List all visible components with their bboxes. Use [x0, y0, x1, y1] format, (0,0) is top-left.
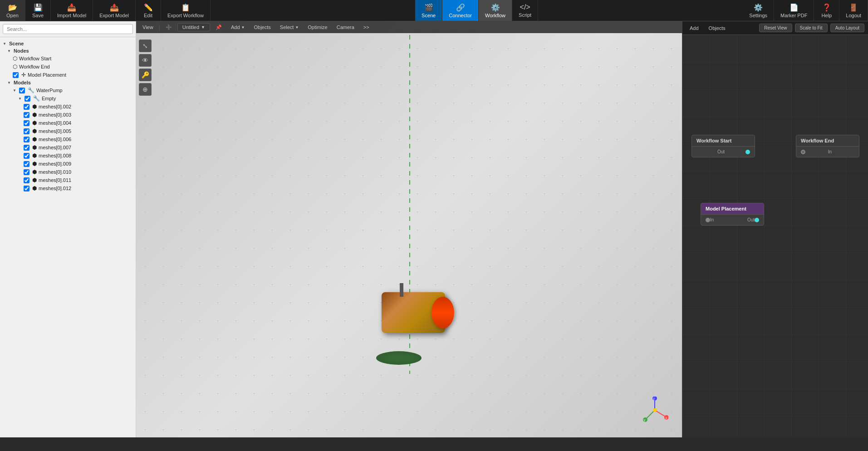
tree-mesh-7[interactable]: ⬢ meshes[0].009 [0, 160, 136, 168]
node-end-in-label: In [828, 149, 832, 154]
viewport-tab[interactable]: Untitled ▼ [177, 23, 210, 31]
models-section[interactable]: ▼ Models [0, 79, 136, 86]
model-placement-checkbox[interactable] [13, 72, 19, 78]
settings-button[interactable]: ⚙️ Settings [743, 0, 774, 21]
workflow-icon: ⚙️ [491, 3, 500, 12]
tree-mesh-6[interactable]: ⬢ meshes[0].008 [0, 152, 136, 160]
wf-objects-btn[interactable]: Objects [705, 25, 729, 32]
vp-select-btn[interactable]: Select ▼ [276, 24, 303, 31]
connector-button[interactable]: 🔗 Connector [442, 0, 479, 21]
mesh-0-checkbox[interactable] [24, 104, 29, 110]
scene-button[interactable]: 🎬 Scene [415, 0, 442, 21]
workflow-toolbar: Add Objects Reset View Scale to Fit Auto… [682, 21, 868, 35]
eye-tool-btn[interactable]: 👁 [139, 54, 152, 67]
export-workflow-label: Export Workflow [167, 13, 204, 18]
mesh-0-icon: ⬢ [32, 103, 37, 110]
marker-pdf-button[interactable]: 📄 Marker PDF [774, 0, 814, 21]
mesh-2-checkbox[interactable] [24, 120, 29, 126]
node-start-body: Out [692, 147, 755, 157]
waterpump-checkbox[interactable] [19, 88, 25, 93]
mesh-5-checkbox[interactable] [24, 145, 29, 151]
mesh-4-checkbox[interactable] [24, 137, 29, 142]
scale-to-fit-button[interactable]: Scale to Fit [795, 24, 828, 32]
tree-mesh-4[interactable]: ⬢ meshes[0].006 [0, 135, 136, 143]
workflow-canvas[interactable]: Workflow Start Out Workflow End In [682, 35, 868, 437]
svg-point-9 [653, 408, 657, 412]
scene-label: Scene [422, 13, 436, 18]
open-button[interactable]: 📂 Open [0, 0, 25, 21]
save-button[interactable]: 💾 Save [25, 0, 51, 21]
tree-waterpump[interactable]: ▼ 🔧 WaterPump [0, 86, 136, 94]
expand-tool-btn[interactable]: ⤡ [139, 39, 152, 52]
edit-icon: ✏️ [144, 3, 153, 12]
node-workflow-end[interactable]: Workflow End In [796, 135, 859, 157]
auto-layout-button[interactable]: Auto Layout [830, 24, 864, 32]
key-tool-btn[interactable]: 🔑 [139, 69, 152, 81]
logout-icon: 🚪 [849, 3, 858, 12]
mesh-1-checkbox[interactable] [24, 112, 29, 118]
node-end-body: In [796, 147, 859, 157]
scene-section[interactable]: ▼ Scene [0, 40, 136, 47]
svg-text:X: X [665, 417, 667, 420]
vp-camera-btn[interactable]: Camera [333, 24, 358, 31]
vp-objects-btn[interactable]: Objects [250, 24, 275, 31]
viewport-side-tools: ⤡ 👁 🔑 ⊕ [139, 39, 152, 96]
node-model-placement-body: In Out [701, 215, 764, 225]
node-start-out-port[interactable] [745, 150, 750, 154]
pump-3d-model[interactable] [382, 292, 454, 347]
marker-pdf-label: Marker PDF [780, 13, 807, 18]
mesh-7-label: meshes[0].009 [39, 161, 71, 167]
tree-mesh-1[interactable]: ⬢ meshes[0].003 [0, 111, 136, 119]
help-button[interactable]: ❓ Help [814, 0, 839, 21]
view-btn[interactable]: View [139, 24, 157, 31]
node-model-in-port[interactable] [706, 218, 710, 222]
empty-checkbox[interactable] [25, 96, 30, 102]
pin-btn[interactable]: 📌 [212, 24, 226, 31]
search-input[interactable] [3, 24, 133, 34]
tree-mesh-2[interactable]: ⬢ meshes[0].004 [0, 119, 136, 127]
nodes-section[interactable]: ▼ Nodes [0, 47, 136, 54]
export-workflow-button[interactable]: 📋 Export Workflow [161, 0, 211, 21]
tree-mesh-3[interactable]: ⬢ meshes[0].005 [0, 127, 136, 135]
mesh-6-checkbox[interactable] [24, 153, 29, 159]
node-model-placement[interactable]: Model Placement In Out [701, 203, 764, 226]
tree-mesh-0[interactable]: ⬢ meshes[0].002 [0, 103, 136, 111]
wf-add-btn[interactable]: Add [686, 25, 702, 32]
zoom-tool-btn[interactable]: ⊕ [139, 83, 152, 96]
ground-shadow [376, 351, 422, 365]
mesh-4-icon: ⬢ [32, 136, 37, 142]
mesh-7-checkbox[interactable] [24, 161, 29, 167]
tree-empty[interactable]: ▼ 🔧 Empty [0, 94, 136, 103]
connector-icon: 🔗 [456, 3, 465, 12]
marker-pdf-icon: 📄 [790, 3, 799, 12]
logout-button[interactable]: 🚪 Logout [839, 0, 868, 21]
tree-mesh-9[interactable]: ⬢ meshes[0].011 [0, 176, 136, 184]
add-plus-btn[interactable]: ➕ [162, 24, 176, 31]
vp-more-btn[interactable]: >> [360, 24, 373, 31]
tree-workflow-start[interactable]: ⬡ Workflow Start [0, 54, 136, 63]
tree-mesh-8[interactable]: ⬢ meshes[0].010 [0, 168, 136, 176]
export-model-button[interactable]: 📤 Export Model [93, 0, 136, 21]
reset-view-button[interactable]: Reset View [759, 24, 792, 32]
vp-add-btn[interactable]: Add ▼ [227, 24, 249, 31]
tree-model-placement[interactable]: ✛ Model Placement [0, 71, 136, 79]
node-end-in-port[interactable] [801, 150, 805, 154]
mesh-3-checkbox[interactable] [24, 128, 29, 134]
mesh-8-checkbox[interactable] [24, 169, 29, 175]
vp-optimize-btn[interactable]: Optimize [304, 24, 331, 31]
viewport-canvas: Z X Y [136, 21, 682, 437]
node-model-out-port[interactable] [755, 218, 759, 222]
tree-mesh-10[interactable]: ⬢ meshes[0].012 [0, 184, 136, 192]
workflow-button[interactable]: ⚙️ Workflow [479, 0, 512, 21]
tree-workflow-end[interactable]: ⬡ Workflow End [0, 63, 136, 71]
tree-mesh-5[interactable]: ⬢ meshes[0].007 [0, 143, 136, 152]
script-button[interactable]: </> Script [512, 0, 538, 21]
edit-button[interactable]: ✏️ Edit [136, 0, 161, 21]
mesh-9-checkbox[interactable] [24, 177, 29, 183]
models-toggle-icon: ▼ [7, 81, 12, 85]
mesh-10-checkbox[interactable] [24, 186, 29, 191]
import-model-button[interactable]: 📥 Import Model [51, 0, 93, 21]
viewport[interactable]: View | ➕ Untitled ▼ 📌 Add ▼ Objects Sele… [136, 21, 682, 437]
script-icon: </> [520, 3, 530, 11]
node-workflow-start[interactable]: Workflow Start Out [691, 135, 755, 157]
